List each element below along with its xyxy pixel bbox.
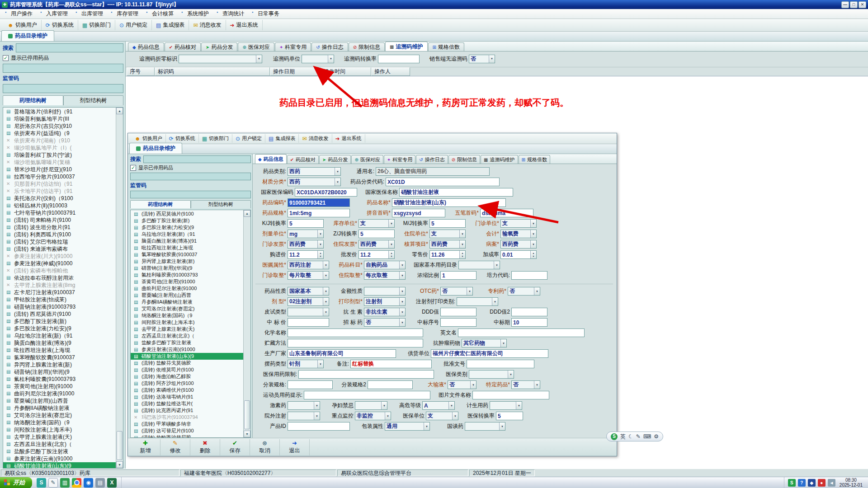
scroll-down-icon[interactable]: ▼ (116, 461, 123, 468)
dropdown-arrow-icon[interactable]: ▼ (323, 272, 329, 279)
volume-icon[interactable]: ◄ (828, 479, 835, 487)
tree-item[interactable]: 培哚普利叔丁胺片(宁波) (3, 151, 116, 159)
dropdown-field[interactable]: 输氧费▼ (500, 230, 537, 238)
tab-drug-catalog[interactable]: 药品目录维护 (1, 30, 54, 41)
dropdown-field[interactable]: 西药费▼ (359, 240, 395, 249)
dropdown-field[interactable]: 支▼ (426, 412, 458, 420)
input-field[interactable]: 910003793421 (288, 198, 350, 207)
tree-item[interactable]: 普格瑞洛片(倍利舒)（91 (3, 108, 116, 115)
action-button[interactable]: ✖ 删除 (190, 439, 220, 455)
toolbar-button[interactable]: ⊙ 用户锁定 (232, 134, 265, 143)
input-field[interactable]: 10 (511, 318, 547, 327)
tree-item[interactable]: 硝普钠(注射用)(华润)(9 (3, 368, 116, 375)
action-button[interactable]: ✚ 新增 (131, 439, 160, 455)
toolbar-button[interactable]: ➜ 退出系统 (226, 20, 263, 30)
input-field[interactable]: 5 (496, 412, 523, 420)
tree-item[interactable]: (流转) 艾尔巴韦格拉瑞 (3, 238, 116, 245)
tree-item[interactable]: 多巴酚丁胺注射液(新) (131, 217, 243, 224)
tree-item[interactable]: 脑蛋白酶注射液(博洛)(91 (131, 238, 243, 244)
dropdown-field[interactable]: 否▼ (511, 380, 540, 389)
menu-item[interactable]: 系统维护 (179, 9, 214, 19)
content-tab[interactable]: ➤ 药品分发 (201, 42, 237, 51)
menu-item[interactable]: 会计核算 (144, 9, 179, 19)
dropdown-field[interactable]: 每片取整▼ (288, 271, 329, 280)
input-field[interactable]: xsgyzsysd (392, 209, 445, 217)
dropdown-arrow-icon[interactable]: ▼ (530, 240, 536, 248)
tree-item[interactable]: 参麦注射液(川大)(91000 (3, 253, 116, 260)
dropdown-arrow-icon[interactable]: ▼ (459, 240, 465, 248)
dropdown-field[interactable]: A▼ (422, 401, 455, 410)
tree-item[interactable]: 艾司洛尔注射液(赛思定) (3, 412, 116, 419)
tree-item[interactable]: 纳洛酮注射液(国药)（9 (3, 419, 116, 426)
dropdown-field[interactable]: 非抗生素▼ (364, 308, 406, 316)
dropdown-arrow-icon[interactable]: ▼ (317, 240, 323, 248)
dropdown-field[interactable]: ▼ (490, 401, 522, 410)
tree-item[interactable]: 硝酸甘油注射液(山东)(9 (3, 462, 116, 468)
input-field[interactable]: 1 (440, 271, 476, 280)
toolbar-button[interactable]: ▤ 集成报表 (152, 20, 189, 30)
scroll-down-icon[interactable]: ▼ (244, 431, 250, 437)
ime-logo-icon[interactable]: S (611, 433, 618, 440)
dropdown-field[interactable]: 支▼ (429, 230, 466, 238)
dropdown-arrow-icon[interactable]: ▼ (399, 298, 405, 305)
dropdown-arrow-icon[interactable]: ▼ (323, 261, 329, 269)
content-tab[interactable]: ➤ 药品分发 (319, 155, 351, 164)
tree-item[interactable]: 替米沙坦片(舒尼亚)(910 (3, 166, 116, 173)
dropdown-arrow-icon[interactable]: ▼ (489, 55, 495, 63)
input-field[interactable]: 硝酸甘油注射液(山东) (392, 198, 506, 207)
tree-item[interactable]: 茶黄司他(注射用)(91000 (3, 383, 116, 390)
skin-icon[interactable]: ✎ (636, 434, 641, 439)
dropdown-arrow-icon[interactable]: ▼ (534, 287, 540, 295)
dropdown-arrow-icon[interactable]: ▼ (335, 168, 340, 175)
start-button[interactable]: 开始 (0, 477, 32, 488)
input-field[interactable] (511, 308, 547, 316)
input-field[interactable] (288, 339, 423, 347)
tree-item[interactable]: 曲前列尼尔注射液(91000 (3, 390, 116, 397)
input-field[interactable]: 福州片仔癀宏仁医药有限公司 (431, 349, 548, 358)
dropdown-arrow-icon[interactable]: ▼ (516, 402, 522, 409)
close-button[interactable]: ✕ (859, 1, 866, 8)
input-field[interactable] (288, 422, 350, 431)
tree-item[interactable]: 硝普钠注射液(910003793 (3, 303, 116, 310)
tree-item[interactable]: 依折麦布片(益适纯)（9 (3, 130, 116, 137)
tree-item[interactable]: 七叶皂苷钠片(910003791 (3, 209, 116, 216)
taskbar-clock[interactable]: 08:30 2025-12-01 (838, 478, 864, 488)
tree-item[interactable]: 铝镁匹林片(Ⅱ)(910003 (3, 202, 116, 209)
menu-item[interactable]: 日常事务 (250, 9, 285, 19)
input-field[interactable] (288, 328, 423, 337)
tree-item[interactable]: 氯苯唑酸软胶囊(9100037 (131, 251, 243, 258)
tree-item[interactable]: 罂粟碱(注射用)(山西普 (131, 292, 243, 299)
tree-item[interactable]: 脑蛋白酶注射液(博洛)(9 (3, 339, 116, 347)
dropdown-field[interactable]: 西药费▼ (288, 240, 324, 249)
menu-item[interactable]: 用户操作 (3, 9, 38, 19)
tree-item[interactable]: 异丙肾上腺素注射液(新) (131, 258, 243, 265)
input-field[interactable]: 硝酸甘油注射液 (399, 188, 513, 197)
tree-item[interactable]: (流转) 海曲泊帕乙醇胺 (131, 373, 243, 380)
help-tray-icon[interactable]: ? (798, 479, 806, 487)
dropdown-field[interactable]: 自购药品▼ (364, 261, 406, 269)
ime-app-icon[interactable]: S (37, 478, 46, 488)
dropdown-arrow-icon[interactable]: ▼ (399, 287, 405, 295)
tree-item[interactable]: 多巴酚丁胺注射液(新) (3, 318, 116, 325)
tree-item[interactable]: 氟桂利嗪胶囊(910003793 (131, 272, 243, 278)
dropdown-field[interactable]: ▼ (288, 401, 320, 410)
scroll-up-icon[interactable]: ▲ (116, 108, 123, 114)
dropdown-field[interactable]: 否▼ (448, 380, 476, 389)
dropdown-arrow-icon[interactable]: ▼ (323, 308, 329, 316)
dropdown-arrow-icon[interactable]: ▼ (314, 402, 320, 409)
dropdown-field[interactable]: 其它药物▼ (462, 339, 507, 347)
tree-item[interactable]: (流转) 盐酸芬戈莫德胶 (131, 360, 243, 366)
content-tab[interactable]: ↺ 操作日志 (416, 155, 448, 164)
tree-item[interactable]: 盐酸多巴酚丁胺注射液 (3, 448, 116, 455)
tree-item[interactable]: 参麦注射液(云南)(91000 (131, 346, 243, 353)
input-field[interactable] (298, 370, 434, 379)
dropdown-field[interactable]: ▼ (465, 422, 505, 431)
dropdown-arrow-icon[interactable]: ▼ (399, 272, 405, 279)
dropdown-arrow-icon[interactable]: ▼ (388, 220, 394, 227)
checkbox-show-disabled[interactable]: ✓ (130, 165, 136, 171)
input-field[interactable] (288, 318, 329, 327)
dropdown-arrow-icon[interactable]: ▼ (381, 402, 387, 409)
tree-item[interactable]: 吡拉西坦注射液(上海现 (3, 347, 116, 354)
menu-item[interactable]: 查询统计 (214, 9, 250, 19)
dropdown-arrow-icon[interactable]: ▼ (323, 287, 329, 295)
